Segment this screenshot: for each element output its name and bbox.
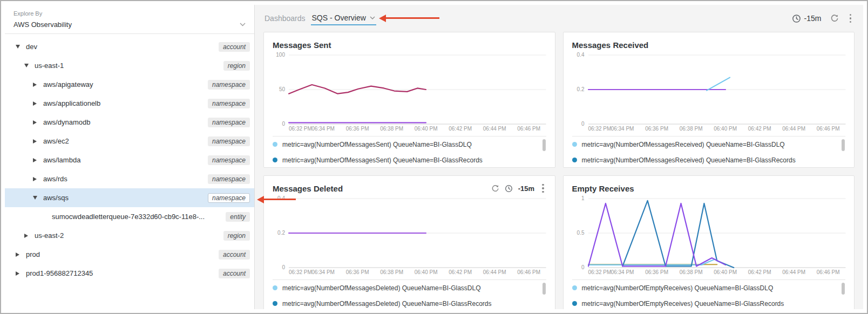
caret-right-icon[interactable] [33,158,39,162]
y-tick-label: 1 [581,195,585,201]
breadcrumb-dashboards[interactable]: Dashboards [265,14,306,23]
tree-item-us-east-2[interactable]: us-east-2region [5,226,254,245]
x-tick-label: 06:36 PM [346,269,369,275]
legend-area: metric=avg(NumberOfMessagesSent) QueueNa… [273,136,546,167]
tree-item-aws-lambda[interactable]: aws/lambdanamespace [5,151,254,169]
caret-down-icon[interactable] [16,45,22,49]
caret-right-icon[interactable] [33,101,39,106]
legend-scrollbar[interactable] [842,139,845,151]
caret-right-icon[interactable] [16,252,22,257]
kebab-menu-icon[interactable] [540,183,546,194]
refresh-button[interactable] [830,14,839,23]
y-axis-labels: 00.20.4 [572,55,588,124]
y-tick-label: 0 [581,121,585,127]
legend-scrollbar[interactable] [542,283,546,295]
panel-title: Messages Deleted [273,184,491,193]
y-tick-label: 0 [581,264,585,270]
legend-item[interactable]: metric=avg(NumberOfEmptyReceives) QueueN… [572,280,846,296]
panel-header: Messages Sent [273,39,546,51]
panel-controls: -15m [491,183,546,194]
plot-area: 06:32 PM06:34 PM06:36 PM06:38 PM06:40 PM… [289,199,546,276]
legend-label: metric=avg(NumberOfMessagesDeleted) Queu… [282,300,492,308]
panel-messages-sent: Messages Sent 050100 06:32 PM06:34 PM06:… [263,32,555,168]
chevron-down-icon [370,16,375,19]
x-tick-label: 06:32 PM [289,269,312,275]
type-badge: namespace [208,80,250,90]
panel-header: Messages Received [572,39,846,51]
x-tick-label: 06:36 PM [645,269,668,275]
tree-item-aws-sqs[interactable]: aws/sqsnamespace [5,188,254,207]
tree-item-aws-applicationelb[interactable]: aws/applicationelbnamespace [5,94,254,113]
caret-down-icon[interactable] [33,196,39,200]
caret-right-icon[interactable] [16,271,22,276]
explore-sidebar: Explore By AWS Observability devaccountu… [5,5,255,309]
line-chart [588,199,846,268]
dashboard-selector[interactable]: SQS - Overview [311,12,376,25]
chart-legend: metric=avg(NumberOfEmptyReceives) QueueN… [572,280,846,309]
main-area: Dashboards SQS - Overview -15m [255,5,863,309]
explore-by-value: AWS Observability [13,21,72,29]
time-range-control[interactable]: -15m [792,14,822,23]
kebab-menu-icon[interactable] [847,13,854,24]
sidebar-tree: devaccountus-east-1regionaws/apigatewayn… [5,34,254,283]
panel-time-range[interactable]: -15m [518,185,534,193]
tree-item-aws-rds[interactable]: aws/rdsnamespace [5,169,254,188]
type-badge: region [223,231,250,241]
legend-item[interactable]: metric=avg(NumberOfMessagesDeleted) Queu… [273,296,546,309]
legend-item[interactable]: metric=avg(NumberOfMessagesReceived) Que… [572,152,846,167]
dashboard-name: SQS - Overview [312,13,366,22]
caret-right-icon[interactable] [24,234,31,238]
legend-label: metric=avg(NumberOfMessagesSent) QueueNa… [282,156,483,164]
tree-item-prod1-956882712345[interactable]: prod1-956882712345account [5,264,254,283]
y-axis-labels: 00.20.4 [273,199,289,268]
tree-item-dev[interactable]: devaccount [5,37,254,56]
legend-scrollbar[interactable] [542,139,546,151]
legend-item[interactable]: metric=avg(NumberOfEmptyReceives) QueueN… [572,296,846,309]
x-tick-label: 06:32 PM [289,126,312,132]
time-range-value: -15m [804,14,822,23]
legend-scrollbar[interactable] [842,283,845,295]
chart: 00.20.4 06:32 PM06:34 PM06:36 PM06:38 PM… [572,55,846,133]
tree-item-aws-apigateway[interactable]: aws/apigatewaynamespace [5,75,254,94]
x-tick-label: 06:40 PM [714,126,737,132]
clock-button[interactable] [505,185,513,193]
header-controls: -15m [792,13,853,24]
legend-label: metric=avg(NumberOfMessagesSent) QueueNa… [282,141,472,148]
tree-item-aws-ec2[interactable]: aws/ec2namespace [5,132,254,151]
caret-right-icon[interactable] [33,83,39,87]
tree-item-label: aws/ec2 [43,137,204,145]
tree-item-label: us-east-2 [35,231,219,240]
tree-item-prod[interactable]: prodaccount [5,245,254,264]
clock-icon [505,185,513,193]
x-tick-label: 06:34 PM [611,269,634,275]
caret-down-icon[interactable] [24,64,31,67]
legend-item[interactable]: metric=avg(NumberOfMessagesReceived) Que… [572,136,846,152]
panel-messages-deleted: Messages Deleted -15m [263,175,555,309]
caret-right-icon[interactable] [33,139,39,144]
app-layout: Explore By AWS Observability devaccountu… [5,5,863,309]
tree-item-label: sumocwdeadletterqueue-7e332d60-cb9c-11e8… [52,213,221,221]
legend-item[interactable]: metric=avg(NumberOfMessagesSent) QueueNa… [273,152,546,167]
tree-item-label: dev [26,43,214,51]
legend-area: metric=avg(NumberOfMessagesDeleted) Queu… [273,279,546,309]
panel-header: Empty Receives [572,182,846,194]
y-tick-label: 100 [276,52,285,58]
explore-by-selector[interactable]: AWS Observability [13,21,246,29]
x-tick-label: 06:46 PM [517,269,540,275]
tree-item-aws-dynamodb[interactable]: aws/dynamodbnamespace [5,113,254,132]
tree-item-sumocwdeadletterqueue-7e332d60-cb9c-11e8[interactable]: sumocwdeadletterqueue-7e332d60-cb9c-11e8… [5,207,254,226]
tree-item-us-east-1[interactable]: us-east-1region [5,56,254,75]
y-axis-labels: 050100 [273,55,289,124]
tree-item-label: aws/apigateway [43,80,204,88]
refresh-button[interactable] [491,185,499,193]
sidebar-header: Explore By AWS Observability [5,5,254,34]
caret-right-icon[interactable] [33,177,39,181]
tree-item-label: aws/rds [43,175,204,183]
caret-right-icon[interactable] [33,120,39,125]
legend-item[interactable]: metric=avg(NumberOfMessagesSent) QueueNa… [273,136,546,152]
chart-legend: metric=avg(NumberOfMessagesSent) QueueNa… [273,136,546,167]
clock-icon [792,14,801,23]
legend-item[interactable]: metric=avg(NumberOfMessagesDeleted) Queu… [273,280,546,296]
tree-item-label: aws/sqs [43,194,204,202]
y-axis-labels: 00.51 [572,199,588,268]
